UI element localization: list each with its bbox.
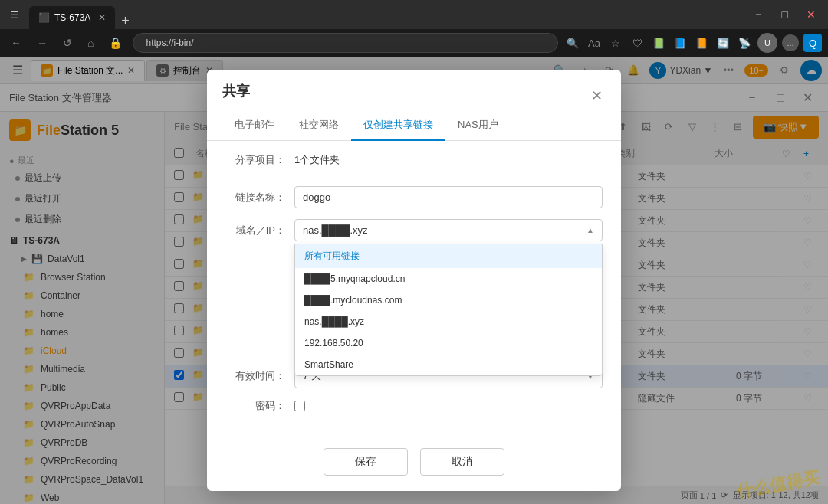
domain-option-myqnap[interactable]: ████5.myqnapcloud.cn [295,268,602,290]
browser-tab-active[interactable]: ⬛ TS-673A ✕ [29,6,115,29]
browser-toolbar-icon-ext4[interactable]: 🔄 [715,34,731,51]
domain-option-nasxyz[interactable]: nas.████.xyz [295,311,602,332]
dialog-header: 共享 ✕ [207,70,621,110]
address-bar: ← → ↺ ⌂ 🔒 🔍 Aa ☆ 🛡 📗 📘 📙 🔄 📡 U ... Q [0,29,828,57]
window-close-button[interactable]: ✕ [800,5,822,24]
more-button[interactable]: ... [782,34,799,51]
tab-title: TS-673A [54,12,90,23]
browser-menu-icon[interactable]: ☰ [6,6,23,23]
user-avatar[interactable]: U [757,33,777,53]
share-items-label: 分享项目： [225,153,294,167]
browser-chrome: ☰ ⬛ TS-673A ✕ + － □ ✕ [0,0,828,29]
share-dialog: 共享 ✕ 电子邮件 社交网络 仅创建共享链接 NAS用户 分享项目： 1个文件夹… [207,70,621,491]
form-divider1 [225,178,603,178]
domain-dropdown-selected[interactable]: nas.████.xyz ▲ [294,219,603,241]
window-min-button[interactable]: － [747,5,770,25]
home-button[interactable]: ⌂ [83,35,98,51]
dialog-title: 共享 [222,82,250,110]
cancel-button[interactable]: 取消 [420,448,504,476]
browser-toolbar-icon-2[interactable]: Aa [586,34,603,51]
dropdown-arrow-icon: ▲ [586,226,594,234]
browser-toolbar-icon-ext5[interactable]: 📡 [736,34,753,51]
browser-toolbar-icon-1[interactable]: 🔍 [564,34,581,51]
domain-option-ip[interactable]: 192.168.50.20 [295,332,602,354]
domain-selected-text: nas.████.xyz [303,224,368,236]
refresh-button[interactable]: ↺ [58,35,77,51]
validity-label: 有效时间： [225,369,294,383]
dialog-body: 分享项目： 1个文件夹 链接名称： 域名／IP： nas.████.xyz ▲ … [207,141,621,436]
dialog-tab-nasuser[interactable]: NAS用户 [445,110,511,141]
domain-option-mycloudnas[interactable]: ████.mycloudnas.com [295,290,602,311]
browser-toolbar-icon-3[interactable]: ☆ [607,34,624,51]
tab-favicon: ⬛ [38,12,50,23]
domain-option-all[interactable]: 所有可用链接 [295,244,602,268]
lock-icon: 🔒 [104,35,127,51]
password-label: 密码： [225,399,294,413]
dialog-overlay: 共享 ✕ 电子邮件 社交网络 仅创建共享链接 NAS用户 分享项目： 1个文件夹… [0,57,828,504]
domain-dropdown[interactable]: nas.████.xyz ▲ 所有可用链接 ████5.myqnapcloud.… [294,219,603,241]
share-items-value: 1个文件夹 [294,153,340,167]
browser-toolbar-icon-ext3[interactable]: 📙 [693,34,710,51]
browser-toolbar-icon-shield[interactable]: 🛡 [629,34,646,51]
dialog-footer: 保存 取消 [207,436,621,476]
domain-label: 域名／IP： [225,224,294,237]
dialog-tabs: 电子邮件 社交网络 仅创建共享链接 NAS用户 [207,110,621,141]
browser-toolbar-icon-ext1[interactable]: 📗 [650,34,667,51]
link-name-label: 链接名称： [225,191,294,205]
domain-option-smartshare[interactable]: SmartShare [295,354,602,375]
dialog-tab-link[interactable]: 仅创建共享链接 [351,110,445,141]
tab-close-icon[interactable]: ✕ [98,12,106,23]
browser-toolbar-icon-ext2[interactable]: 📘 [672,34,688,51]
window-max-button[interactable]: □ [776,5,794,24]
dialog-close-button[interactable]: ✕ [588,87,606,104]
password-checkbox[interactable] [294,401,305,411]
forward-button[interactable]: → [32,35,52,51]
address-input[interactable] [133,33,558,53]
new-tab-button[interactable]: + [115,13,136,29]
qnap-icon[interactable]: Q [803,34,822,52]
save-button[interactable]: 保存 [324,448,408,476]
dialog-tab-social[interactable]: 社交网络 [287,110,351,141]
domain-dropdown-list: 所有可用链接 ████5.myqnapcloud.cn ████.mycloud… [294,244,603,376]
back-button[interactable]: ← [6,35,26,51]
dialog-tab-email[interactable]: 电子邮件 [222,110,287,141]
link-name-input[interactable] [294,186,603,208]
